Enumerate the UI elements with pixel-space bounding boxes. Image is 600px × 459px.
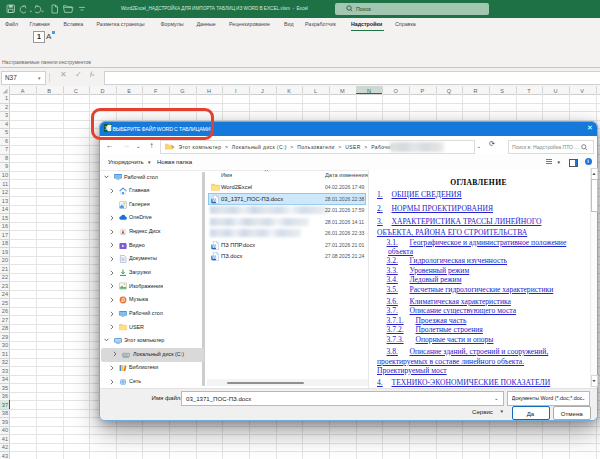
svg-text:W: W (211, 256, 216, 261)
svg-text:W: W (211, 198, 216, 203)
svg-text:W: W (211, 244, 216, 249)
